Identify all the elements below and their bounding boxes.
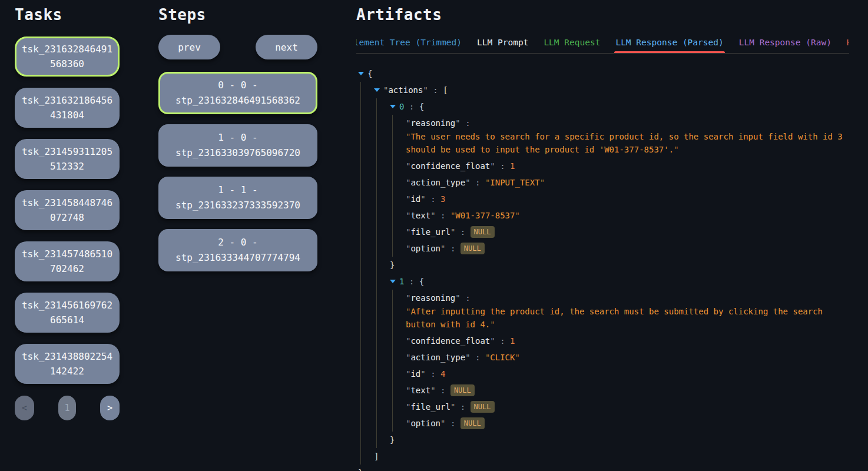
tab-llm-response-raw[interactable]: LLM Response (Raw) — [739, 38, 831, 47]
step-button[interactable]: 2 - 0 - stp_231633344707774794 — [158, 229, 317, 271]
json-row: 1 : { — [390, 273, 849, 290]
tasks-pagination: <1> — [15, 396, 120, 420]
json-row: "confidence_float" : 1 — [406, 333, 849, 349]
json-row: } — [390, 432, 849, 448]
json-row: "option" : NULL — [406, 415, 849, 432]
collapse-toggle-icon[interactable] — [390, 105, 396, 108]
json-row: "action_type" : "CLICK" — [406, 349, 849, 366]
json-row: "id" : 4 — [406, 366, 849, 382]
collapse-toggle-icon[interactable] — [358, 72, 364, 75]
artifact-tabs: Element Tree (Trimmed)LLM PromptLLM Requ… — [356, 38, 849, 54]
null-badge: NULL — [471, 226, 495, 238]
collapse-toggle-icon[interactable] — [390, 280, 396, 283]
steps-nav: prev next — [158, 35, 317, 59]
json-row: "action_type" : "INPUT_TEXT" — [406, 174, 849, 191]
tasks-title: Tasks — [15, 6, 120, 24]
next-step-button[interactable]: next — [256, 35, 317, 59]
json-row: "actions" : [ — [374, 82, 849, 98]
json-row: ] — [374, 448, 849, 465]
step-button[interactable]: 1 - 0 - stp_231633039765096720 — [158, 124, 317, 167]
prev-page-button[interactable]: < — [15, 396, 34, 420]
null-badge: NULL — [460, 417, 485, 429]
task-button[interactable]: tsk_231632846491568360 — [15, 37, 120, 77]
json-row: "option" : NULL — [406, 240, 849, 257]
json-row: 0 : { — [390, 98, 849, 115]
task-button[interactable]: tsk_231458448746072748 — [15, 190, 120, 230]
null-badge: NULL — [460, 243, 485, 254]
json-node: "actions" : [0 : {"reasoning" :"The user… — [374, 82, 849, 465]
page-1-button[interactable]: 1 — [58, 396, 76, 420]
json-row: "file_url" : NULL — [406, 224, 849, 240]
json-row: "reasoning" : — [406, 290, 849, 306]
json-row: } — [358, 465, 849, 471]
json-row: "reasoning" : — [406, 115, 849, 131]
artifacts-title: Artifacts — [356, 6, 849, 24]
task-button[interactable]: tsk_231632186456431804 — [15, 88, 120, 128]
json-children: "reasoning" :"After inputting the produc… — [392, 290, 849, 432]
steps-panel: Steps prev next 0 - 0 - stp_231632846491… — [158, 0, 317, 471]
task-button[interactable]: tsk_231438802254142422 — [15, 344, 120, 384]
task-button[interactable]: tsk_231456169762665614 — [15, 293, 120, 333]
step-button[interactable]: 0 - 0 - stp_231632846491568362 — [158, 72, 317, 114]
app-root: Tasks tsk_231632846491568360tsk_23163218… — [0, 0, 868, 471]
json-row: "text" : "W01-377-8537" — [406, 207, 849, 224]
json-children: "actions" : [0 : {"reasoning" :"The user… — [360, 82, 849, 465]
json-row: "text" : NULL — [406, 382, 849, 399]
json-node: 1 : {"reasoning" :"After inputting the p… — [390, 273, 849, 448]
json-row: "file_url" : NULL — [406, 399, 849, 415]
step-button[interactable]: 1 - 1 - stp_231633237333592370 — [158, 177, 317, 219]
prev-step-button[interactable]: prev — [158, 35, 220, 59]
tab-llm-prompt[interactable]: LLM Prompt — [477, 38, 528, 47]
tab-html-raw[interactable]: Html (Raw) — [847, 38, 849, 47]
tab-element-tree-trimmed[interactable]: Element Tree (Trimmed) — [356, 38, 462, 47]
json-node: {"actions" : [0 : {"reasoning" :"The use… — [358, 65, 849, 471]
json-viewer[interactable]: {"actions" : [0 : {"reasoning" :"The use… — [356, 65, 849, 471]
json-row: "id" : 3 — [406, 191, 849, 207]
artifacts-panel: Artifacts Element Tree (Trimmed)LLM Prom… — [356, 0, 849, 471]
json-node: 0 : {"reasoning" :"The user needs to sea… — [390, 98, 849, 273]
json-row: "confidence_float" : 1 — [406, 158, 849, 174]
json-row: { — [358, 65, 849, 82]
task-button[interactable]: tsk_231459311205512332 — [15, 139, 120, 179]
tasks-list: tsk_231632846491568360tsk_23163218645643… — [15, 37, 120, 384]
json-children: 0 : {"reasoning" :"The user needs to sea… — [376, 98, 849, 448]
tab-llm-response-parsed[interactable]: LLM Response (Parsed) — [615, 38, 723, 47]
next-page-button[interactable]: > — [100, 396, 120, 420]
collapse-toggle-icon[interactable] — [374, 88, 380, 92]
json-string-value: "The user needs to search for a specific… — [406, 130, 849, 156]
task-button[interactable]: tsk_231457486510702462 — [15, 241, 120, 281]
json-string-value: "After inputting the product id, the sea… — [406, 305, 849, 331]
json-row: } — [390, 257, 849, 273]
tab-llm-request[interactable]: LLM Request — [544, 38, 600, 47]
json-children: "reasoning" :"The user needs to search f… — [392, 115, 849, 257]
steps-list: 0 - 0 - stp_2316328464915683621 - 0 - st… — [158, 72, 317, 271]
steps-title: Steps — [158, 6, 317, 24]
null-badge: NULL — [450, 384, 475, 396]
null-badge: NULL — [471, 401, 495, 413]
tasks-panel: Tasks tsk_231632846491568360tsk_23163218… — [15, 0, 120, 471]
